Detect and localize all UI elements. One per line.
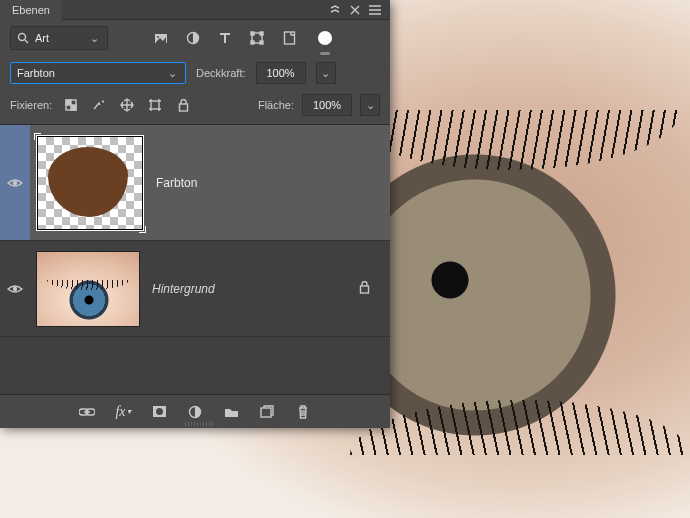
svg-point-15	[13, 180, 17, 184]
lock-position-icon[interactable]	[118, 96, 136, 114]
delete-layer-icon[interactable]	[294, 403, 312, 421]
fill-value[interactable]: 100%	[302, 94, 352, 116]
opacity-value[interactable]: 100%	[256, 62, 306, 84]
layers-list: Farbton Hintergrund	[0, 124, 390, 394]
filter-pixel-icon[interactable]	[152, 29, 170, 47]
opacity-stepper[interactable]: ⌄	[316, 62, 336, 84]
visibility-toggle-icon[interactable]	[7, 177, 23, 189]
filter-toggle-switch[interactable]	[318, 31, 332, 45]
svg-point-0	[19, 34, 26, 41]
lock-icon[interactable]	[359, 281, 370, 296]
panel-titlebar: Ebenen	[0, 0, 390, 20]
layer-thumbnail[interactable]	[36, 135, 144, 231]
new-layer-icon[interactable]	[258, 403, 276, 421]
panel-tab-label: Ebenen	[12, 4, 50, 16]
layer-effects-icon[interactable]: fx▾	[114, 403, 132, 421]
svg-point-19	[156, 408, 163, 415]
lock-row: Fixieren: Fläche: 100% ⌄	[0, 90, 390, 124]
svg-rect-17	[361, 286, 369, 293]
collapse-icon[interactable]	[326, 1, 344, 19]
layer-filter-label: Art	[35, 32, 81, 44]
filter-smartobject-icon[interactable]	[280, 29, 298, 47]
svg-rect-6	[260, 32, 263, 35]
blend-mode-value: Farbton	[17, 67, 55, 79]
search-icon	[17, 32, 29, 44]
layer-thumbnail[interactable]	[36, 251, 140, 327]
fill-label: Fläche:	[258, 99, 294, 111]
layer-row[interactable]: Hintergrund	[0, 241, 390, 337]
svg-rect-7	[251, 41, 254, 44]
chevron-down-icon: ⌄	[165, 67, 179, 80]
svg-rect-21	[261, 408, 271, 417]
link-layers-icon[interactable]	[78, 403, 96, 421]
lock-artboard-icon[interactable]	[146, 96, 164, 114]
layer-name-label[interactable]: Hintergrund	[152, 282, 215, 296]
layer-filter-row: Art ⌄	[0, 20, 390, 56]
add-mask-icon[interactable]	[150, 403, 168, 421]
layer-row[interactable]: Farbton	[0, 125, 390, 241]
chevron-down-icon: ⌄	[87, 32, 101, 45]
opacity-label: Deckkraft:	[196, 67, 246, 79]
filter-adjustment-icon[interactable]	[184, 29, 202, 47]
svg-point-16	[13, 286, 17, 290]
lock-all-icon[interactable]	[174, 96, 192, 114]
panel-tab-layers[interactable]: Ebenen	[0, 0, 62, 20]
new-adjustment-layer-icon[interactable]	[186, 403, 204, 421]
lock-image-icon[interactable]	[90, 96, 108, 114]
new-group-icon[interactable]	[222, 403, 240, 421]
svg-rect-8	[260, 41, 263, 44]
blend-mode-select[interactable]: Farbton ⌄	[10, 62, 186, 84]
filter-type-icon[interactable]	[216, 29, 234, 47]
svg-rect-5	[251, 32, 254, 35]
visibility-toggle-icon[interactable]	[7, 283, 23, 295]
fill-stepper[interactable]: ⌄	[360, 94, 380, 116]
panel-resize-grip[interactable]	[185, 422, 213, 426]
svg-point-2	[157, 36, 159, 38]
close-icon[interactable]	[346, 1, 364, 19]
blend-row: Farbton ⌄ Deckkraft: 100% ⌄	[0, 56, 390, 90]
lock-label: Fixieren:	[10, 99, 52, 111]
lock-transparent-icon[interactable]	[62, 96, 80, 114]
panel-menu-icon[interactable]	[366, 1, 384, 19]
layer-name-label[interactable]: Farbton	[156, 176, 197, 190]
svg-rect-9	[284, 32, 294, 44]
svg-rect-12	[71, 105, 76, 110]
svg-rect-13	[151, 101, 159, 109]
layer-filter-select[interactable]: Art ⌄	[10, 26, 108, 50]
layers-panel: Ebenen Art ⌄ Farbton	[0, 0, 390, 428]
svg-rect-11	[66, 100, 71, 105]
svg-rect-14	[179, 104, 187, 111]
filter-shape-icon[interactable]	[248, 29, 266, 47]
